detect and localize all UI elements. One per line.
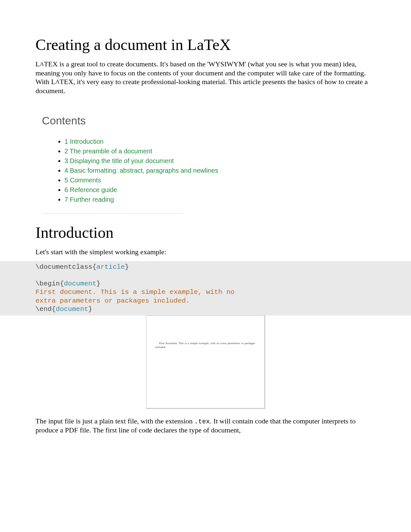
intro-text-2: TEX, it's very easy to create profession… <box>35 78 368 95</box>
contents-block: Contents 1 Introduction 2 The preamble o… <box>35 108 376 214</box>
code-text: First document. This is a simple example… <box>35 288 239 296</box>
toc-link-further[interactable]: 7 Further reading <box>64 196 114 203</box>
inline-code-tex: .tex <box>194 418 210 425</box>
toc-link-title[interactable]: 3 Displaying the title of your document <box>64 157 174 164</box>
brace: } <box>88 305 93 313</box>
toc-num: 1 <box>64 138 68 145</box>
toc-num: 7 <box>64 196 68 203</box>
toc-item: 2 The preamble of a document <box>64 146 369 156</box>
intro-paragraph: LATEX is a great tool to create document… <box>35 60 376 95</box>
code-text: extra parameters or packages included. <box>35 297 190 305</box>
toc-link-introduction[interactable]: 1 Introduction <box>64 138 103 145</box>
toc-item: 6 Reference guide <box>64 185 369 195</box>
document-page: Creating a document in LaTeX LATEX is a … <box>0 0 411 532</box>
brace: { <box>60 280 64 287</box>
latex-a-2: A <box>55 78 60 85</box>
preview-text: First document. This is a simple example… <box>155 342 255 349</box>
toc-item: 5 Comments <box>64 175 369 185</box>
toc-link-reference[interactable]: 6 Reference guide <box>64 186 117 193</box>
toc-link-formatting[interactable]: 4 Basic formatting: abstract, paragraphs… <box>64 167 218 174</box>
toc-label: The preamble of a document <box>70 148 152 155</box>
toc-link-comments[interactable]: 5 Comments <box>64 177 101 184</box>
toc-label: Displaying the title of your document <box>70 157 174 164</box>
table-of-contents: 1 Introduction 2 The preamble of a docum… <box>42 137 369 204</box>
code-arg: article <box>96 263 125 271</box>
brace: } <box>96 280 101 287</box>
toc-num: 4 <box>64 167 68 174</box>
brace: { <box>52 305 56 313</box>
section-heading-introduction: Introduction <box>35 223 376 242</box>
toc-label: Reference guide <box>70 186 117 193</box>
code-cmd: \documentclass <box>35 263 92 271</box>
code-arg: document <box>56 305 88 313</box>
pdf-preview: First document. This is a simple example… <box>146 315 265 409</box>
toc-label: Comments <box>70 177 101 184</box>
section1-lead: Let's start with the simplest working ex… <box>35 247 376 256</box>
latex-l: L <box>35 60 40 68</box>
brace: } <box>125 263 129 271</box>
code-arg: document <box>64 280 96 287</box>
toc-link-preamble[interactable]: 2 The preamble of a document <box>64 148 152 155</box>
divider <box>42 213 184 214</box>
toc-label: Further reading <box>70 196 114 203</box>
page-title: Creating a document in LaTeX <box>35 35 376 54</box>
toc-item: 7 Further reading <box>64 195 369 204</box>
toc-num: 6 <box>64 186 68 193</box>
toc-item: 1 Introduction <box>64 137 369 146</box>
toc-num: 5 <box>64 177 68 184</box>
toc-label: Introduction <box>70 138 104 145</box>
explanation-paragraph: The input file is just a plain text file… <box>35 417 376 435</box>
para2-a: The input file is just a plain text file… <box>35 417 194 425</box>
toc-item: 3 Displaying the title of your document <box>64 156 369 166</box>
code-cmd: \end <box>35 305 52 313</box>
toc-label: Basic formatting: abstract, paragraphs a… <box>70 167 218 174</box>
preview-container: First document. This is a simple example… <box>35 315 376 409</box>
code-example: \documentclass{article} \begin{document}… <box>0 261 411 316</box>
brace: { <box>92 263 96 271</box>
toc-item: 4 Basic formatting: abstract, paragraphs… <box>64 166 369 175</box>
code-cmd: \begin <box>35 280 60 287</box>
toc-num: 2 <box>64 148 68 155</box>
toc-num: 3 <box>64 157 68 164</box>
latex-a: A <box>40 61 44 67</box>
contents-heading: Contents <box>42 114 369 127</box>
